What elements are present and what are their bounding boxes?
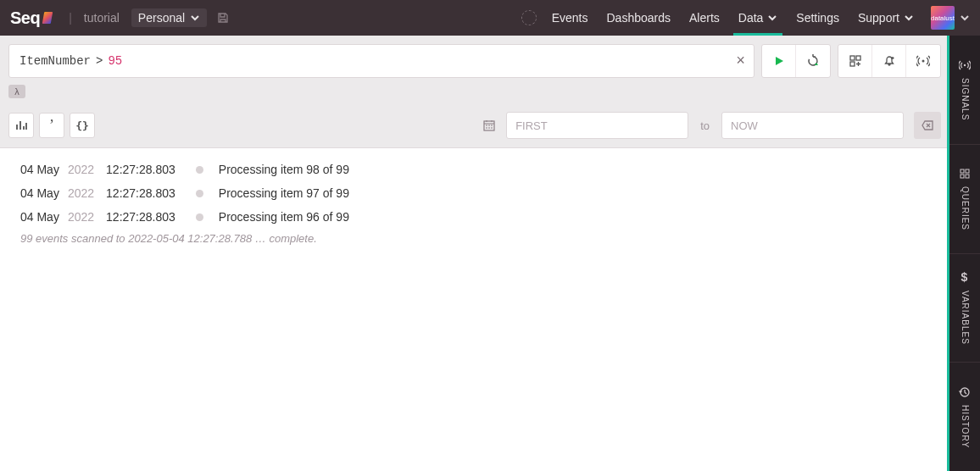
svg-rect-2: [850, 62, 855, 66]
events-list: 04 May 2022 12:27:28.803 Processing item…: [0, 148, 949, 255]
separator: |: [69, 11, 72, 25]
refresh-icon: [806, 54, 820, 68]
svg-point-5: [964, 64, 966, 65]
chevron-down-icon: [767, 13, 777, 23]
broadcast-icon: [916, 55, 930, 67]
workspace-selector[interactable]: Personal: [131, 8, 207, 27]
chevron-down-icon: [904, 13, 914, 23]
svg-point-3: [922, 60, 925, 63]
date-from-input[interactable]: [506, 112, 688, 139]
create-alert-button[interactable]: [872, 45, 906, 77]
action-group: [838, 44, 941, 78]
tutorial-label[interactable]: tutorial: [84, 11, 120, 25]
run-button[interactable]: [762, 45, 796, 77]
lambda-row: λ: [0, 78, 949, 103]
event-message: Processing item 98 of 99: [219, 160, 349, 180]
svg-rect-1: [856, 56, 860, 60]
event-time: 12:27:28.803: [106, 184, 175, 204]
sidebar-label: SIGNALS: [961, 78, 970, 120]
level-dot-icon: [196, 166, 203, 174]
nav-settings[interactable]: Settings: [796, 1, 839, 35]
svg-rect-9: [966, 175, 969, 178]
nav-dashboards[interactable]: Dashboards: [606, 1, 671, 35]
nav-support[interactable]: Support: [858, 1, 914, 35]
logo[interactable]: Seq: [10, 8, 52, 28]
variables-icon: $: [961, 270, 969, 284]
query-value: 95: [108, 54, 122, 68]
sidebar-label: QUERIES: [961, 186, 970, 230]
history-icon: [959, 386, 971, 398]
event-time: 12:27:28.803: [106, 160, 175, 180]
logo-mark-icon: [42, 12, 53, 24]
event-row[interactable]: 04 May 2022 12:27:28.803 Processing item…: [20, 206, 929, 230]
workspace-name: Personal: [138, 11, 185, 25]
json-button[interactable]: {}: [70, 113, 95, 138]
right-sidebar: SIGNALS QUERIES $ VARIABLES HISTORY: [949, 36, 980, 471]
auto-refresh-button[interactable]: [796, 45, 830, 77]
event-message: Processing item 97 of 99: [219, 184, 349, 204]
braces-icon: {}: [75, 119, 89, 132]
query-input[interactable]: ItemNumber > 95 ×: [8, 44, 754, 78]
event-year: 2022: [68, 160, 94, 180]
event-date: 04 May: [20, 208, 59, 228]
sidebar-label: HISTORY: [961, 405, 970, 448]
queries-icon: [959, 168, 971, 180]
svg-rect-8: [961, 175, 964, 178]
sidebar-history[interactable]: HISTORY: [949, 363, 980, 471]
calendar-icon[interactable]: [482, 119, 496, 132]
level-dot-icon: [196, 213, 203, 221]
event-row[interactable]: 04 May 2022 12:27:28.803 Processing item…: [20, 182, 929, 206]
event-time: 12:27:28.803: [106, 208, 175, 228]
chevron-down-icon: [190, 13, 200, 23]
bell-icon: [883, 55, 895, 67]
event-year: 2022: [68, 184, 94, 204]
save-icon[interactable]: [217, 12, 229, 24]
event-message: Processing item 96 of 99: [219, 208, 349, 228]
query-operator: >: [96, 54, 103, 68]
clear-icon: [922, 119, 933, 131]
query-row: ItemNumber > 95 ×: [0, 36, 949, 78]
theme-toggle-icon[interactable]: [521, 10, 537, 25]
add-to-dashboard-button[interactable]: [838, 45, 872, 77]
stream-button[interactable]: [906, 45, 940, 77]
toolbar: ’ {} to: [0, 103, 949, 148]
level-dot-icon: [196, 190, 203, 197]
event-year: 2022: [68, 208, 94, 228]
bar-chart-icon: [15, 119, 27, 131]
nav-alerts[interactable]: Alerts: [689, 1, 720, 35]
logo-text: Seq: [10, 8, 40, 28]
query-field: ItemNumber: [19, 54, 91, 68]
to-label: to: [700, 119, 710, 132]
sidebar-variables[interactable]: $ VARIABLES: [949, 254, 980, 363]
nav-data[interactable]: Data: [738, 1, 778, 35]
signals-icon: [959, 59, 971, 71]
histogram-button[interactable]: [8, 113, 34, 138]
lambda-badge[interactable]: λ: [8, 85, 25, 98]
svg-rect-6: [961, 169, 964, 173]
event-date: 04 May: [20, 184, 59, 204]
play-icon: [773, 55, 785, 67]
events-panel: 04 May 2022 12:27:28.803 Processing item…: [0, 148, 949, 471]
date-to-input[interactable]: [721, 112, 904, 139]
user-menu-chevron-icon[interactable]: [960, 13, 970, 23]
content: ItemNumber > 95 × λ: [0, 36, 949, 471]
raw-text-button[interactable]: ’: [39, 113, 64, 138]
svg-rect-0: [850, 56, 855, 60]
sidebar-label: VARIABLES: [961, 291, 970, 345]
clear-range-button[interactable]: [914, 112, 941, 139]
run-group: [761, 44, 831, 78]
svg-rect-7: [966, 169, 969, 173]
nav-links: Events Dashboards Alerts Data Settings S…: [552, 1, 914, 35]
sidebar-queries[interactable]: QUERIES: [949, 145, 980, 254]
dashboard-add-icon: [849, 55, 861, 67]
avatar[interactable]: datalust: [931, 6, 955, 30]
sidebar-signals[interactable]: SIGNALS: [949, 36, 980, 145]
scan-status: 99 events scanned to 2022-05-04 12:27:28…: [20, 232, 929, 245]
clear-query-icon[interactable]: ×: [736, 53, 745, 69]
top-nav: Seq | tutorial Personal Events Dashboard…: [0, 0, 980, 36]
event-row[interactable]: 04 May 2022 12:27:28.803 Processing item…: [20, 158, 929, 182]
event-date: 04 May: [20, 160, 59, 180]
nav-events[interactable]: Events: [552, 1, 588, 35]
